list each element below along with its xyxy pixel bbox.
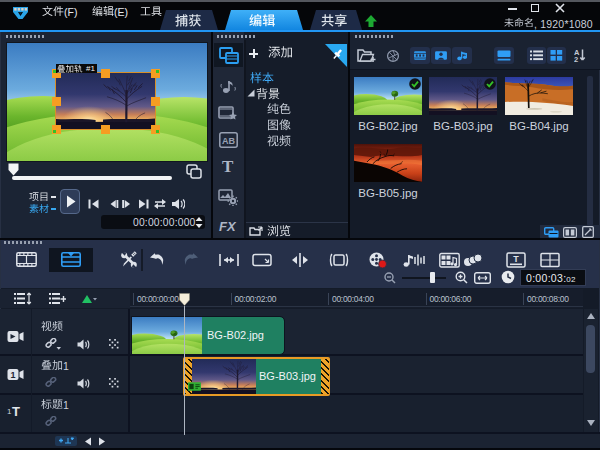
svg-text:AB: AB: [222, 136, 235, 146]
svg-text:T: T: [513, 254, 519, 264]
svg-text:2: 2: [574, 55, 578, 62]
svg-text:1: 1: [10, 370, 15, 380]
